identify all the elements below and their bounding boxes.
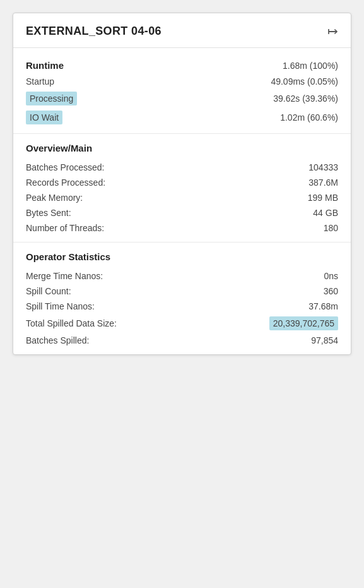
batches-processed-label: Batches Processed:	[26, 162, 105, 172]
peak-memory-row: Peak Memory: 199 MB	[26, 190, 338, 205]
processing-row: Processing 39.62s (39.36%)	[26, 89, 338, 108]
total-spilled-label: Total Spilled Data Size:	[26, 318, 117, 328]
startup-value: 49.09ms (0.05%)	[271, 76, 338, 87]
bytes-sent-value: 44 GB	[313, 208, 338, 218]
peak-memory-label: Peak Memory:	[26, 193, 83, 203]
batches-spilled-value: 97,854	[311, 335, 338, 345]
spill-count-label: Spill Count:	[26, 286, 71, 296]
merge-time-label: Merge Time Nanos:	[26, 271, 103, 281]
processing-value: 39.62s (39.36%)	[273, 93, 338, 104]
merge-time-row: Merge Time Nanos: 0ns	[26, 268, 338, 284]
io-wait-row: IO Wait 1.02m (60.6%)	[26, 108, 338, 127]
spill-time-label: Spill Time Nanos:	[26, 301, 95, 311]
records-processed-row: Records Processed: 387.6M	[26, 175, 338, 190]
batches-processed-value: 104333	[308, 162, 338, 172]
startup-row: Startup 49.09ms (0.05%)	[26, 74, 338, 89]
overview-section: Overview/Main Batches Processed: 104333 …	[13, 134, 351, 243]
runtime-label: Runtime	[26, 60, 64, 71]
runtime-total-row: Runtime 1.68m (100%)	[26, 57, 338, 74]
spill-time-value: 37.68m	[308, 301, 338, 311]
overview-title: Overview/Main	[26, 143, 338, 153]
records-processed-label: Records Processed:	[26, 177, 105, 188]
card-header: EXTERNAL_SORT 04-06 ↦	[13, 13, 351, 48]
runtime-total-value: 1.68m (100%)	[283, 61, 338, 71]
startup-label: Startup	[26, 76, 54, 87]
io-wait-label: IO Wait	[26, 111, 62, 124]
spill-count-value: 360	[324, 286, 338, 296]
threads-row: Number of Threads: 180	[26, 220, 338, 236]
records-processed-value: 387.6M	[308, 177, 338, 188]
threads-value: 180	[324, 223, 338, 233]
operator-stats-title: Operator Statistics	[26, 251, 338, 262]
io-wait-value: 1.02m (60.6%)	[280, 112, 338, 123]
peak-memory-value: 199 MB	[308, 193, 338, 203]
runtime-section: Runtime 1.68m (100%) Startup 49.09ms (0.…	[13, 48, 351, 134]
total-spilled-row: Total Spilled Data Size: 20,339,702,765	[26, 314, 338, 333]
spill-count-row: Spill Count: 360	[26, 284, 338, 299]
total-spilled-value: 20,339,702,765	[269, 316, 338, 330]
main-card: EXTERNAL_SORT 04-06 ↦ Runtime 1.68m (100…	[13, 13, 351, 355]
batches-processed-row: Batches Processed: 104333	[26, 160, 338, 175]
merge-time-value: 0ns	[324, 271, 338, 281]
export-icon[interactable]: ↦	[327, 23, 338, 39]
bytes-sent-label: Bytes Sent:	[26, 208, 71, 218]
processing-label: Processing	[26, 92, 77, 105]
card-title: EXTERNAL_SORT 04-06	[26, 25, 161, 38]
operator-stats-section: Operator Statistics Merge Time Nanos: 0n…	[13, 243, 351, 354]
threads-label: Number of Threads:	[26, 223, 104, 233]
spill-time-row: Spill Time Nanos: 37.68m	[26, 299, 338, 314]
batches-spilled-row: Batches Spilled: 97,854	[26, 333, 338, 348]
batches-spilled-label: Batches Spilled:	[26, 335, 89, 345]
bytes-sent-row: Bytes Sent: 44 GB	[26, 205, 338, 220]
